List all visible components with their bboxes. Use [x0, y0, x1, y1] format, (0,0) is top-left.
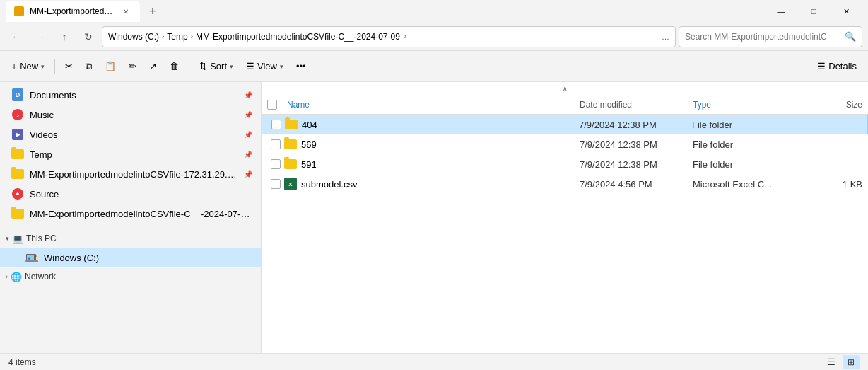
file-date-404: 7/9/2024 12:38 PM: [579, 120, 692, 130]
titlebar: MM-ExportimportedmodelintC ✕ + — □ ✕: [0, 0, 868, 23]
view-label: View: [257, 61, 277, 71]
mm-export-172-folder-icon: [11, 168, 24, 180]
file-select-569[interactable]: [271, 139, 281, 149]
paste-icon: 📋: [105, 61, 116, 71]
copy-icon: ⧉: [86, 61, 92, 72]
close-button[interactable]: ✕: [830, 0, 862, 23]
copy-button[interactable]: ⧉: [80, 55, 98, 78]
breadcrumb-item-folder: MM-ExportimportedmodelintoCSVfile-C__-20…: [196, 32, 400, 42]
column-name[interactable]: Name: [284, 100, 580, 110]
search-icon: 🔍: [845, 31, 856, 42]
sidebar-item-mm-export-172[interactable]: MM-ExportimportedmodelintoCSVfile-172.31…: [0, 164, 261, 184]
sidebar-item-temp[interactable]: Temp 📌: [0, 144, 261, 164]
file-select-591[interactable]: [271, 159, 281, 169]
sidebar-item-source-label: Source: [30, 189, 252, 200]
scroll-up-button[interactable]: ∧: [558, 83, 572, 93]
sidebar-item-mm-export-172-label: MM-ExportimportedmodelintoCSVfile-172.31…: [30, 169, 238, 180]
file-row-submodel-csv[interactable]: X submodel.csv 7/9/2024 4:56 PM Microsof…: [262, 174, 868, 194]
breadcrumb-separator-2: ›: [191, 33, 193, 40]
breadcrumb-item-temp: Temp: [167, 32, 187, 42]
list-view-button[interactable]: ☰: [823, 355, 840, 369]
this-pc-label: This PC: [26, 233, 57, 243]
documents-icon: D: [11, 89, 24, 100]
search-bar[interactable]: 🔍: [679, 26, 862, 47]
share-icon: ↗: [149, 61, 157, 71]
cut-button[interactable]: ✂: [59, 55, 78, 78]
sort-button[interactable]: ⇅ Sort ▾: [194, 55, 239, 78]
rename-button[interactable]: ✏: [123, 55, 142, 78]
pin-icon-videos: 📌: [244, 131, 252, 139]
file-checkbox-591[interactable]: [267, 159, 284, 169]
tab-close-button[interactable]: ✕: [120, 6, 131, 17]
mm-export-c-folder-icon: [11, 208, 24, 219]
sidebar-section-this-pc[interactable]: ▾ 💻 This PC: [0, 229, 261, 248]
sidebar-item-windows-c-label: Windows (C:): [44, 253, 252, 263]
breadcrumb-item-windows: Windows (C:): [108, 32, 159, 42]
refresh-button[interactable]: ↻: [78, 26, 99, 47]
maximize-button[interactable]: □: [797, 0, 830, 23]
detail-view-button[interactable]: ⊞: [843, 355, 860, 369]
music-icon: ♪: [11, 109, 24, 120]
share-button[interactable]: ↗: [143, 55, 163, 78]
more-options-button[interactable]: •••: [291, 55, 312, 78]
back-button[interactable]: ←: [6, 26, 27, 47]
details-button[interactable]: ☰ Details: [811, 55, 862, 78]
items-count: 4 items: [8, 357, 36, 367]
sidebar-item-videos[interactable]: ▶ Videos 📌: [0, 125, 261, 144]
sidebar-item-windows-c[interactable]: ⊞ Windows (C:): [0, 248, 261, 267]
sort-label: Sort: [210, 61, 227, 71]
file-checkbox-404[interactable]: [268, 120, 285, 129]
column-type[interactable]: Type: [693, 100, 806, 110]
pin-icon-documents: 📌: [244, 91, 252, 99]
file-select-submodel[interactable]: [271, 179, 281, 189]
file-date-591: 7/9/2024 12:38 PM: [580, 159, 693, 170]
column-size: Size: [806, 100, 862, 110]
active-tab[interactable]: MM-ExportimportedmodelintC ✕: [6, 1, 140, 22]
file-checkbox-569[interactable]: [267, 139, 284, 149]
content-area: ∧ Name Date modified Type Size 404 7/9/2…: [262, 82, 868, 353]
paste-button[interactable]: 📋: [99, 55, 122, 78]
breadcrumb-bar[interactable]: Windows (C:) › Temp › MM-Exportimportedm…: [102, 26, 676, 47]
sort-icon: ⇅: [199, 61, 207, 71]
select-all-checkbox[interactable]: [267, 100, 277, 110]
minimize-button[interactable]: —: [765, 0, 797, 23]
file-select-404[interactable]: [271, 120, 281, 129]
file-type-591: File folder: [693, 159, 806, 170]
new-button[interactable]: + New ▾: [6, 55, 50, 78]
this-pc-icon: 💻: [12, 233, 23, 244]
up-button[interactable]: ↑: [54, 26, 75, 47]
view-button[interactable]: ☰ View ▾: [240, 55, 289, 78]
breadcrumb-chevron: ›: [404, 33, 406, 40]
forward-button[interactable]: →: [30, 26, 51, 47]
network-chevron-icon: ›: [6, 273, 8, 280]
network-icon: 🌐: [11, 272, 22, 282]
column-date-modified: Date modified: [580, 100, 693, 110]
this-pc-chevron-icon: ▾: [6, 235, 9, 242]
file-type-submodel: Microsoft Excel C...: [693, 179, 806, 190]
sidebar-item-music[interactable]: ♪ Music 📌: [0, 105, 261, 125]
sidebar-item-documents[interactable]: D Documents 📌: [0, 85, 261, 105]
file-icon-569: [284, 139, 298, 149]
file-row-404[interactable]: 404 7/9/2024 12:38 PM File folder: [262, 115, 868, 134]
sidebar-item-source[interactable]: ● Source: [0, 184, 261, 204]
details-icon: ☰: [817, 61, 826, 71]
videos-icon: ▶: [11, 129, 24, 140]
file-name-569: 569: [298, 139, 580, 150]
sidebar-item-music-label: Music: [30, 110, 238, 120]
statusbar-view-controls: ☰ ⊞: [823, 355, 860, 369]
delete-button[interactable]: 🗑: [164, 55, 184, 78]
file-type-404: File folder: [692, 120, 805, 130]
file-row-591[interactable]: 591 7/9/2024 12:38 PM File folder: [262, 154, 868, 174]
file-list-header: Name Date modified Type Size: [262, 95, 868, 115]
sidebar-item-temp-label: Temp: [30, 149, 238, 160]
file-size-submodel: 1 KB: [806, 179, 862, 190]
header-checkbox[interactable]: [267, 100, 284, 110]
sidebar-section-network[interactable]: › 🌐 Network: [0, 267, 261, 286]
new-tab-button[interactable]: +: [143, 1, 163, 21]
search-input[interactable]: [685, 32, 842, 42]
sidebar-item-mm-export-c[interactable]: MM-ExportimportedmodelintoCSVfile-C__-20…: [0, 204, 261, 224]
file-checkbox-submodel[interactable]: [267, 179, 284, 189]
pin-icon-music: 📌: [244, 111, 252, 119]
file-row-569[interactable]: 569 7/9/2024 12:38 PM File folder: [262, 134, 868, 154]
rename-icon: ✏: [129, 61, 136, 71]
